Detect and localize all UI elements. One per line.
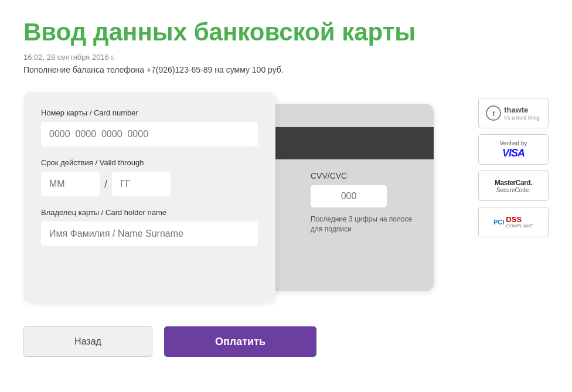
cvv-hint: Последние 3 цифры на полосе для подписи: [311, 214, 422, 234]
pci-content: PCI DSS COMPLIANT: [493, 216, 533, 229]
visa-content: Verified by VISA: [500, 140, 527, 159]
cardholder-input[interactable]: [41, 221, 258, 246]
cvv-label: CVV/CVC: [311, 171, 422, 180]
card-number-label: Номер карты / Card number: [41, 108, 258, 117]
pay-button[interactable]: Оплатить: [164, 326, 316, 357]
thawte-icon: t: [486, 105, 501, 121]
thawte-badge: t thawte it's a trust thing.: [478, 98, 549, 128]
mastercard-content: MasterCard. SecureCode.: [495, 179, 532, 193]
cardholder-label: Владелец карты / Card holder name: [41, 208, 258, 217]
expiry-month-input[interactable]: [41, 172, 100, 196]
expiry-separator: /: [104, 178, 107, 190]
card-number-input[interactable]: [41, 122, 258, 146]
timestamp: 16:02, 28 сентября 2016 г.: [23, 53, 549, 62]
card-number-field-group: Номер карты / Card number: [41, 108, 258, 146]
cvv-input[interactable]: [311, 185, 387, 207]
visa-badge: Verified by VISA: [478, 134, 549, 165]
expiry-year-input[interactable]: [112, 172, 171, 196]
page-title: Ввод данных банковской карты: [23, 18, 549, 47]
description: Пополнение баланса телефона +7(926)123-6…: [23, 65, 549, 74]
thawte-content: t thawte it's a trust thing.: [486, 105, 541, 121]
pci-badge: PCI DSS COMPLIANT: [478, 207, 549, 237]
mastercard-badge: MasterCard. SecureCode.: [478, 171, 549, 201]
back-button[interactable]: Назад: [23, 326, 152, 357]
card-front-panel: Номер карты / Card number Срок действия …: [23, 92, 275, 303]
thawte-text: thawte it's a trust thing.: [504, 105, 541, 121]
expiry-row: /: [41, 172, 258, 196]
security-logos: t thawte it's a trust thing. Verified by…: [478, 92, 549, 237]
cardholder-field-group: Владелец карты / Card holder name: [41, 208, 258, 246]
pci-dss-content: DSS COMPLIANT: [506, 216, 533, 229]
expiry-field-group: Срок действия / Valid through /: [41, 158, 258, 196]
expiry-label: Срок действия / Valid through: [41, 158, 258, 167]
button-row: Назад Оплатить: [23, 326, 461, 357]
